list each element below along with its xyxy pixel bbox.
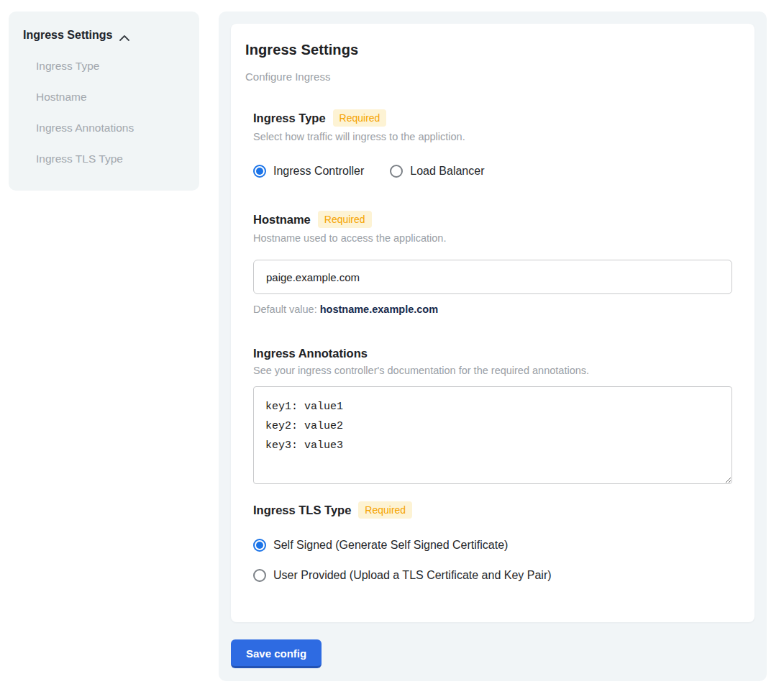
radio-ingress-controller[interactable]: Ingress Controller (253, 165, 364, 178)
default-hostname: hostname.example.com (320, 304, 438, 315)
form-sections: Ingress Type Required Select how traffic… (253, 109, 732, 582)
section-hostname: Hostname Required Hostname used to acces… (253, 211, 732, 315)
ingress-settings-panel: Ingress Settings Configure Ingress Ingre… (219, 12, 767, 681)
section-ingress-annotations: Ingress Annotations See your ingress con… (253, 347, 732, 487)
section-ingress-type: Ingress Type Required Select how traffic… (253, 109, 732, 178)
radio-button-icon (253, 539, 266, 552)
hostname-input[interactable] (253, 260, 732, 294)
radio-user-provided[interactable]: User Provided (Upload a TLS Certificate … (253, 569, 732, 582)
section-ingress-tls-type: Ingress TLS Type Required Self Signed (G… (253, 501, 732, 582)
radio-label: Ingress Controller (273, 165, 364, 178)
radio-button-icon (390, 165, 403, 178)
page-title: Ingress Settings (245, 42, 740, 58)
chevron-up-icon (119, 32, 130, 39)
page-subtitle: Configure Ingress (245, 70, 740, 83)
radio-label: User Provided (Upload a TLS Certificate … (273, 569, 552, 582)
required-badge: Required (358, 501, 412, 519)
sidebar-item-ingress-tls-type[interactable]: Ingress TLS Type (36, 152, 185, 165)
hostname-description: Hostname used to access the application. (253, 232, 732, 244)
ingress-tls-radio-group: Self Signed (Generate Self Signed Certif… (253, 539, 732, 582)
required-badge: Required (318, 211, 372, 228)
settings-sidebar: Ingress Settings Ingress Type Hostname I… (9, 12, 199, 191)
save-config-button[interactable]: Save config (231, 639, 322, 668)
ingress-tls-type-label: Ingress TLS Type (253, 504, 351, 517)
sidebar-item-ingress-type[interactable]: Ingress Type (36, 60, 185, 73)
hostname-label: Hostname (253, 213, 311, 227)
ingress-annotations-textarea[interactable]: key1: value1 key2: value2 key3: value3 (253, 386, 732, 484)
sidebar-section-toggle[interactable]: Ingress Settings (23, 29, 185, 42)
ingress-settings-card: Ingress Settings Configure Ingress Ingre… (231, 24, 755, 622)
radio-button-icon (253, 165, 266, 178)
sidebar-item-list: Ingress Type Hostname Ingress Annotation… (36, 60, 185, 165)
ingress-type-description: Select how traffic will ingress to the a… (253, 131, 732, 142)
ingress-annotations-label: Ingress Annotations (253, 347, 368, 360)
required-badge: Required (333, 109, 387, 127)
ingress-type-radio-group: Ingress Controller Load Balancer (253, 165, 732, 178)
sidebar-item-hostname[interactable]: Hostname (36, 91, 185, 104)
radio-label: Self Signed (Generate Self Signed Certif… (273, 539, 508, 552)
sidebar-item-ingress-annotations[interactable]: Ingress Annotations (36, 122, 185, 135)
ingress-type-label: Ingress Type (253, 111, 326, 125)
radio-button-icon (253, 569, 266, 582)
ingress-annotations-description: See your ingress controller's documentat… (253, 365, 732, 376)
radio-load-balancer[interactable]: Load Balancer (390, 165, 484, 178)
radio-label: Load Balancer (410, 165, 484, 178)
hostname-default-value: Default value: hostname.example.com (253, 304, 732, 315)
radio-self-signed[interactable]: Self Signed (Generate Self Signed Certif… (253, 539, 732, 552)
sidebar-section-title: Ingress Settings (23, 29, 112, 42)
